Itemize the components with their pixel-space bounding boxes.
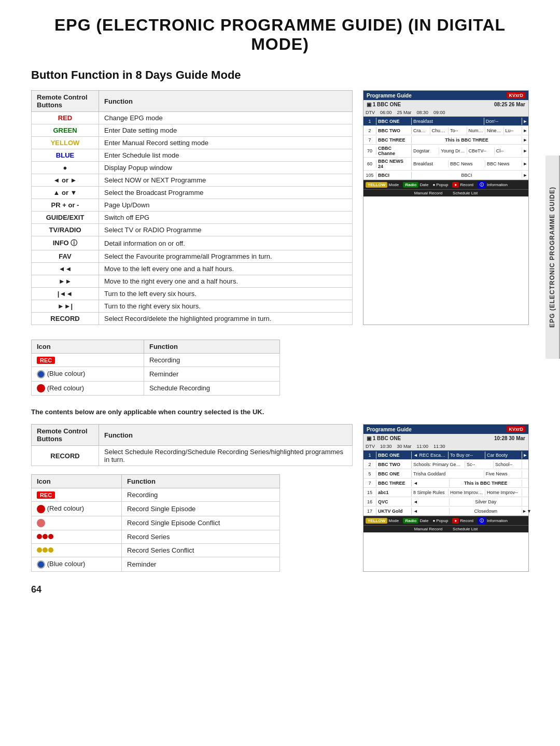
footer-label: Record [460,182,473,187]
func-popup: Display Popup window [99,162,353,174]
programme-guide-2: Programme Guide KVxrD ▣ 1 BBC ONE 10:28 … [363,424,529,572]
ch-arrow: ► [522,161,528,166]
table-row: ● Display Popup window [32,162,353,174]
icon-row-blue: (Blue colour) Reminder [32,367,280,382]
record-series-icon [37,534,53,539]
func-single-conflict: Record Single Episode Conflict [122,516,280,530]
rec-badge-uk: REC [37,491,55,499]
ch-shows: Schools: Primary Geography Sc-- School-- [412,461,522,468]
footer-popup: ● Popup [432,181,448,188]
show: BBC News [449,160,485,167]
table-row: |◄◄ Turn to the left every six hours. [32,288,353,300]
show: Car Booty [485,452,522,459]
show: To Buy or-- [449,452,485,459]
icon-row-red: (Red colour) Schedule Recording [32,381,280,396]
ch-arrow: ► [522,137,528,143]
footer2-yellow: YELLOW Mode [366,517,399,524]
table-row: ◄ or ► Select NOW or NEXT Programme [32,174,353,187]
rec-dot [37,534,42,539]
func-record: Select Record/delete the highlighted pro… [99,313,353,325]
icon-series-conflict [32,544,122,557]
show: Don'-- [484,118,522,125]
func-recording: Recording [144,354,279,367]
uk-note: The contents below are only applicable w… [31,408,529,416]
show: ◄ REC Escape 1-- [412,452,449,459]
ch-name: BBC ONE [376,470,412,477]
rec-dot-yellow [43,547,48,553]
footer-green: Radio Date [403,181,428,188]
programme-guide-1: Programme Guide KVxrD ▣ 1 BBC ONE 08:25 … [363,90,529,325]
show: This is BBC THREE [450,480,522,487]
guide2-date: 30 Mar [397,444,412,449]
footer-btn-yellow: YELLOW [366,182,387,188]
guide2-row-3: 5 BBC ONE Trisha Goddard Five News [363,469,528,478]
guide2-logo: KVxrD [507,426,525,432]
guide2-row-5: 15 abc1 8 Simple Rules Home Improvem-- H… [363,488,528,497]
func-schedule: Enter Schedule list mode [99,149,353,162]
guide-date: 25 Mar [397,110,412,115]
footer-btn-green: Radio [403,182,418,188]
guide2-row-1: 1 BBC ONE ◄ REC Escape 1-- To Buy or-- C… [363,451,528,460]
red-colour-label-uk: (Red colour) [47,504,85,512]
footer-label: Popup [436,182,448,187]
col-icon: Icon [32,340,144,354]
table-row: ▲ or ▼ Select the Broadcast Programme [32,187,353,199]
ch-shows: BBCI [412,172,522,179]
func-date: Enter Date setting mode [99,124,353,137]
ch-name: BBCI [376,172,412,179]
func-fav: Select the Favourite programme/all Progr… [99,250,353,263]
ch-name: QVC [376,498,412,505]
table-row: ►►| Turn to the right every six hours. [32,300,353,313]
guide-row-5: 60 BBC NEWS 24 Breakfast BBC News BBC Ne… [363,158,528,171]
footer2-popup-label: Popup [436,518,448,523]
show: Nine a-- [485,127,504,134]
guide2-time1: 10:30 [380,444,392,449]
footer2-record-label: Record [460,518,473,523]
footer2-popup: ● Popup [432,517,448,524]
show: Home Improv-- [485,489,522,496]
show: Sc-- [465,461,494,468]
uk-icon-row-rec: REC Recording [32,488,280,502]
ch-arrow: ► [522,128,528,133]
guide-row-6: 105 BBCI BBCI ► [363,171,528,180]
guide2-time3: 11:30 [433,444,445,449]
show: ◄ [412,480,450,487]
show: Closedown [450,508,522,515]
red-colour-label: (Red colour) [47,384,85,392]
show: Dogstar [412,147,439,154]
func-change-epg: Change EPG mode [99,112,353,124]
footer-btn-blue: ⓘ [478,181,486,188]
ch-shows: Breakfast BBC News BBC News [412,160,522,167]
guide2-row-7: 17 UKTV Gold ◄ Closedown ►▼ [363,506,528,516]
show: Schools: Primary Geography [412,461,465,468]
ch-num: 2 [363,461,376,468]
col-icon-uk: Icon [32,475,122,488]
guide2-time2: 11:00 [417,444,429,449]
uk-icon-row-series-conflict: Record Series Conflict [32,544,280,557]
table-row: GUIDE/EXIT Switch off EPG [32,212,353,224]
icon-row-rec: REC Recording [32,354,280,367]
show: BBCI [412,172,522,179]
table-row: BLUE Enter Schedule list mode [32,149,353,162]
guide2-row-4: 7 BBC THREE ◄ This is BBC THREE [363,478,528,488]
uk-icon-row-blue: (Blue colour) Reminder [32,557,280,572]
footer2-manual-record: Manual Record [414,527,442,531]
button-function-table: Remote Control Buttons Function RED Chan… [31,90,353,325]
rec-badge: REC [37,357,55,364]
guide-channel: ▣ 1 BBC ONE [367,102,401,107]
uk-icon-row-series: Record Series [32,530,280,544]
func-switch-epg: Switch off EPG [99,212,353,224]
footer-record: ● Record [452,181,473,188]
guide-time1: 06:00 [380,110,392,115]
btn-yellow: YELLOW [32,137,99,149]
bottom-section: Remote Control Buttons Function RECORD S… [31,424,529,572]
guide-channel-info: ▣ 1 BBC ONE 08:25 26 Mar [363,100,528,109]
func-schedule-rec: Schedule Recording [144,381,279,396]
func-pageupdown: Page Up/Down [99,199,353,212]
btn-circle: ● [32,162,99,174]
page-number: 64 [31,584,529,595]
icon-series [32,530,122,544]
btn-pr: PR + or - [32,199,99,212]
func-record-series: Record Series [122,530,280,544]
footer-label: Date [419,182,428,187]
